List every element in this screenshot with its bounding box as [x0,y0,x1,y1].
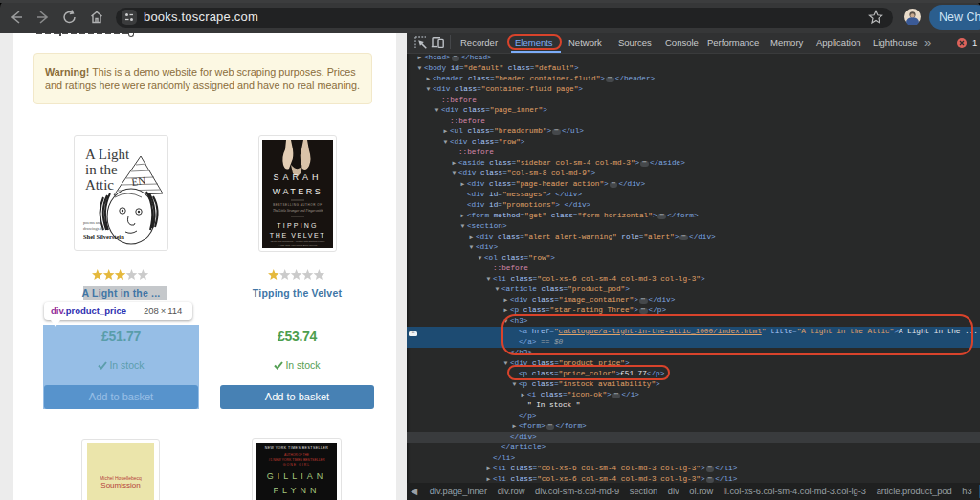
svg-text:drawings by: drawings by [83,226,105,231]
svg-text:The Little Stranger and Finger: The Little Stranger and Fingersmith [273,209,323,213]
svg-text:EN: EN [131,174,146,188]
svg-text:TIPPING: TIPPING [277,222,318,229]
svg-text:THE VELVET: THE VELVET [270,232,325,239]
svg-text:in the: in the [85,162,118,177]
svg-text:WATERS: WATERS [273,187,323,196]
svg-text:—The New York Times Book Revie: —The New York Times Book Review [278,244,318,247]
svg-text:Shel Silverstein: Shel Silverstein [83,233,124,239]
svg-text:"Erotic and absorbing... Writt: "Erotic and absorbing... Written with st… [270,240,325,243]
svg-text:BESTSELLING AUTHOR OF: BESTSELLING AUTHOR OF [273,203,322,207]
svg-text:Attic: Attic [85,177,114,193]
svg-text:poems and: poems and [83,220,102,225]
svg-text:SARAH: SARAH [273,172,322,182]
svg-text:A Light: A Light [85,147,130,162]
